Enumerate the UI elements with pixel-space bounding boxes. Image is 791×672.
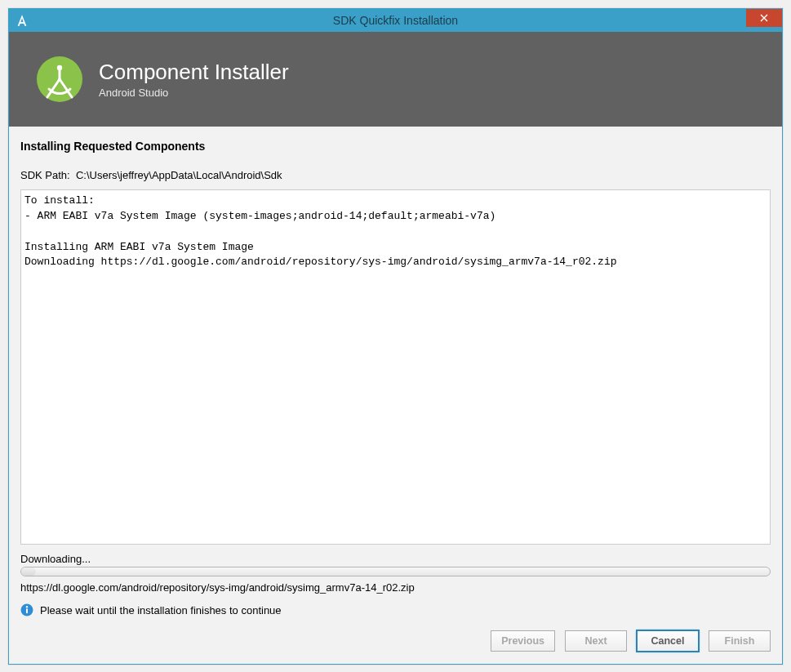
svg-point-3	[26, 606, 28, 607]
sdk-path-value: C:\Users\jeffrey\AppData\Local\Android\S…	[76, 169, 282, 181]
android-studio-icon	[16, 14, 29, 27]
window-title: SDK Quickfix Installation	[333, 14, 458, 27]
installer-subheading: Android Studio	[99, 87, 289, 99]
section-title: Installing Requested Components	[20, 140, 771, 153]
content-area: Installing Requested Components SDK Path…	[9, 127, 782, 623]
wait-message-row: Please wait until the installation finis…	[20, 603, 771, 616]
next-button[interactable]: Next	[565, 630, 627, 652]
cancel-button[interactable]: Cancel	[637, 630, 699, 652]
sdk-path-label: SDK Path:	[20, 169, 70, 181]
finish-button[interactable]: Finish	[709, 630, 771, 652]
previous-button[interactable]: Previous	[491, 630, 555, 652]
sdk-quickfix-window: SDK Quickfix Installation Component Inst…	[8, 8, 783, 665]
svg-rect-4	[26, 608, 28, 613]
info-icon	[20, 603, 33, 616]
installer-heading: Component Installer	[99, 60, 289, 85]
progress-bar	[20, 567, 771, 576]
close-button[interactable]	[746, 9, 782, 27]
titlebar: SDK Quickfix Installation	[9, 9, 782, 32]
button-row: Previous Next Cancel Finish	[9, 623, 782, 664]
android-studio-logo-icon	[35, 55, 84, 104]
progress-fill	[21, 567, 36, 576]
wait-message: Please wait until the installation finis…	[40, 604, 282, 616]
download-url: https://dl.google.com/android/repository…	[20, 581, 771, 594]
header-text: Component Installer Android Studio	[99, 60, 289, 99]
header-banner: Component Installer Android Studio	[9, 32, 782, 127]
sdk-path-row: SDK Path: C:\Users\jeffrey\AppData\Local…	[20, 169, 771, 181]
status-label: Downloading...	[20, 553, 771, 565]
install-log[interactable]: To install: - ARM EABI v7a System Image …	[20, 189, 771, 545]
